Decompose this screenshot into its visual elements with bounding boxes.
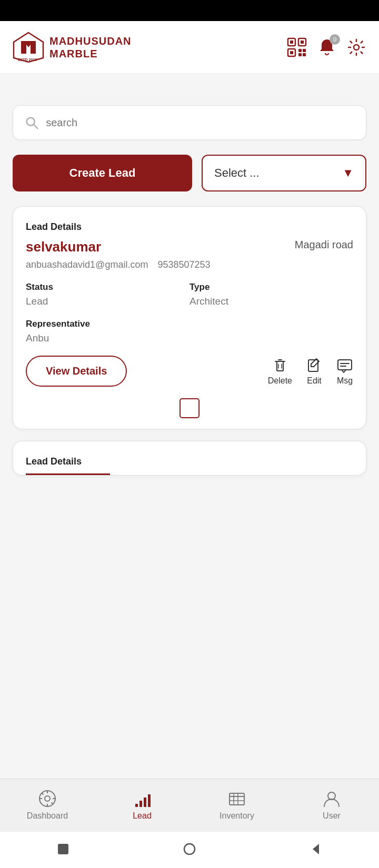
svg-rect-35 <box>135 804 138 807</box>
lead-card-2: Lead Details <box>13 441 366 476</box>
inventory-icon <box>227 789 246 808</box>
lead-name-row: selvakumar Magadi road <box>26 239 353 255</box>
user-icon <box>322 789 341 808</box>
type-value: Architect <box>190 296 353 307</box>
action-row: Create Lead Select ... ▼ <box>13 155 366 191</box>
dashboard-label: Dashboard <box>27 811 68 821</box>
circle-icon <box>181 841 198 857</box>
svg-line-17 <box>34 125 37 128</box>
gear-icon <box>346 37 366 57</box>
edit-action[interactable]: Edit <box>306 357 323 386</box>
lead-label: Lead <box>133 811 152 821</box>
svg-rect-13 <box>298 53 302 56</box>
lead-card-label: Lead Details <box>26 221 353 233</box>
rep-value: Anbu <box>26 332 353 344</box>
back-button[interactable] <box>307 841 324 860</box>
svg-rect-14 <box>303 53 306 56</box>
search-icon <box>25 115 38 130</box>
svg-rect-36 <box>139 801 142 807</box>
svg-rect-10 <box>290 51 293 54</box>
logo-text: MADHUSUDAN MARBLE <box>49 35 132 60</box>
svg-point-15 <box>354 45 359 50</box>
lead-actions-row: View Details Delete <box>26 356 353 387</box>
svg-rect-18 <box>277 361 283 371</box>
msg-action[interactable]: Msg <box>336 357 353 386</box>
svg-point-28 <box>45 796 50 801</box>
system-bar <box>0 831 379 868</box>
back-icon <box>307 841 324 857</box>
lead-status-col: Status Lead <box>26 282 190 307</box>
nav-item-user[interactable]: User <box>284 789 379 821</box>
svg-rect-12 <box>303 49 306 52</box>
lead-card-1: Lead Details selvakumar Magadi road anbu… <box>13 206 366 429</box>
lead-contact-row: anbuashadavid1@gmail.com 9538507253 <box>26 259 353 270</box>
square-icon <box>55 841 72 857</box>
msg-icon <box>336 357 353 374</box>
select-label: Select ... <box>214 166 260 180</box>
inventory-label: Inventory <box>220 811 254 821</box>
recent-button[interactable] <box>181 841 198 860</box>
qr-code-button[interactable] <box>286 37 307 58</box>
status-bar <box>0 0 379 21</box>
logo-icon: ESTD 2010 <box>13 32 44 63</box>
svg-rect-37 <box>144 798 146 807</box>
lead-card-2-label: Lead Details <box>26 456 353 467</box>
lead-location: Magadi road <box>295 239 353 251</box>
create-lead-button[interactable]: Create Lead <box>13 155 192 191</box>
type-label: Type <box>190 282 353 292</box>
header: ESTD 2010 MADHUSUDAN MARBLE <box>0 21 379 74</box>
checkbox-row <box>26 398 353 418</box>
lead-name: selvakumar <box>26 239 101 255</box>
svg-rect-6 <box>290 41 293 44</box>
rep-label: Representative <box>26 319 353 329</box>
notification-badge: 0 <box>330 34 340 45</box>
brand-name: MADHUSUDAN <box>49 35 132 47</box>
home-button[interactable] <box>55 841 72 860</box>
svg-rect-38 <box>148 794 151 807</box>
lead-checkbox[interactable] <box>179 398 200 418</box>
nav-item-dashboard[interactable]: Dashboard <box>0 789 95 821</box>
svg-rect-39 <box>230 793 244 805</box>
svg-point-44 <box>328 792 335 800</box>
status-value: Lead <box>26 296 190 307</box>
svg-rect-8 <box>301 41 304 44</box>
search-input[interactable] <box>46 117 354 129</box>
svg-rect-11 <box>298 49 302 52</box>
main-content: Create Lead Select ... ▼ Lead Details se… <box>0 89 379 779</box>
svg-rect-45 <box>58 844 68 854</box>
select-dropdown[interactable]: Select ... ▼ <box>202 155 366 191</box>
status-label: Status <box>26 282 190 292</box>
lead-email: anbuashadavid1@gmail.com <box>26 259 148 270</box>
svg-line-34 <box>52 802 54 804</box>
edit-label: Edit <box>307 376 322 386</box>
lead-icon <box>133 789 152 808</box>
qr-icon <box>286 37 307 58</box>
view-details-button[interactable]: View Details <box>26 356 127 387</box>
header-icons: 0 <box>286 37 366 58</box>
search-bar <box>13 105 366 140</box>
svg-rect-24 <box>338 360 352 370</box>
partial-underline <box>26 473 110 475</box>
spacer <box>0 74 379 89</box>
icon-actions: Delete Edit Msg <box>268 357 353 386</box>
svg-marker-47 <box>313 844 319 854</box>
user-label: User <box>323 811 341 821</box>
svg-line-33 <box>42 793 44 795</box>
delete-label: Delete <box>268 376 292 386</box>
lead-rep-section: Representative Anbu <box>26 319 353 344</box>
delete-icon <box>272 357 288 374</box>
notification-button[interactable]: 0 <box>317 37 337 57</box>
msg-label: Msg <box>337 376 353 386</box>
svg-point-46 <box>184 844 195 854</box>
nav-item-inventory[interactable]: Inventory <box>190 789 284 821</box>
nav-item-lead[interactable]: Lead <box>95 789 190 821</box>
svg-rect-3 <box>31 41 36 54</box>
lead-phone: 9538507253 <box>157 259 210 270</box>
edit-icon <box>306 357 323 374</box>
brand-sub: MARBLE <box>49 47 132 60</box>
delete-action[interactable]: Delete <box>268 357 292 386</box>
lead-meta: Status Lead Type Architect <box>26 282 353 307</box>
settings-button[interactable] <box>346 37 366 57</box>
chevron-down-icon: ▼ <box>342 166 354 180</box>
logo-area: ESTD 2010 MADHUSUDAN MARBLE <box>13 32 132 63</box>
